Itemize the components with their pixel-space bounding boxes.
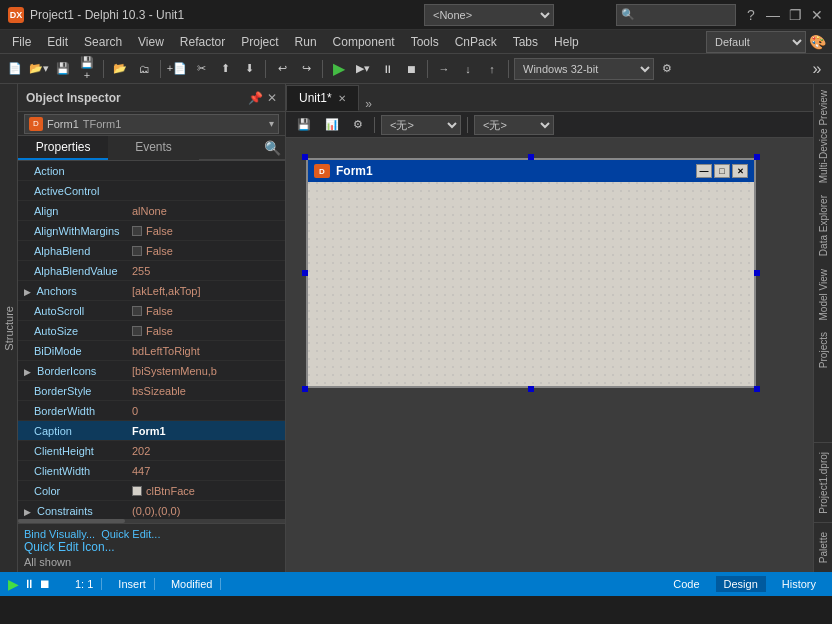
- prop-row-bidimode[interactable]: BiDiMode bdLeftToRight: [18, 341, 285, 361]
- redo-btn[interactable]: ↪: [295, 58, 317, 80]
- properties-list: Action ActiveControl Align alNone AlignW…: [18, 161, 285, 519]
- toolbar-sep-2: [160, 60, 161, 78]
- step-out-btn[interactable]: ↑: [481, 58, 503, 80]
- btn3[interactable]: ⬆: [214, 58, 236, 80]
- prop-row-caption[interactable]: Caption Form1: [18, 421, 285, 441]
- selection-handle-bottom: [528, 386, 534, 392]
- new-btn[interactable]: 📄: [4, 58, 26, 80]
- menu-help[interactable]: Help: [546, 30, 587, 53]
- menu-project[interactable]: Project: [233, 30, 286, 53]
- platform-dropdown[interactable]: Windows 32-bit: [514, 58, 654, 80]
- debug-config-dropdown[interactable]: <None>: [424, 4, 554, 26]
- step-into-btn[interactable]: ↓: [457, 58, 479, 80]
- bind-visually-link[interactable]: Bind Visually...: [24, 528, 95, 540]
- open-project-btn[interactable]: 🗂: [133, 58, 155, 80]
- fdt-chart-btn[interactable]: 📊: [320, 115, 344, 135]
- prop-row-clientheight[interactable]: ClientHeight 202: [18, 441, 285, 461]
- btn4[interactable]: ⬇: [238, 58, 260, 80]
- fdt-component-select1[interactable]: <无>: [381, 115, 461, 135]
- status-stop-btn[interactable]: ⏹: [39, 577, 51, 591]
- right-panel-tab-multidevice[interactable]: Multi-Device Preview: [816, 88, 831, 185]
- right-panel-tab-projects[interactable]: Projects: [816, 330, 831, 370]
- right-panel-tab-modelview[interactable]: Model View: [816, 267, 831, 323]
- palette-tab[interactable]: Palette: [818, 532, 829, 563]
- stop-btn[interactable]: ⏹: [400, 58, 422, 80]
- quick-edit-icon-link[interactable]: Quick Edit Icon...: [24, 540, 115, 554]
- prop-row-align[interactable]: Align alNone: [18, 201, 285, 221]
- toolbar-overflow-btn[interactable]: »: [806, 58, 828, 80]
- prop-row-autoscroll[interactable]: AutoScroll False: [18, 301, 285, 321]
- prop-row-borderwidth[interactable]: BorderWidth 0: [18, 401, 285, 421]
- prop-row-alignwithmargins[interactable]: AlignWithMargins False: [18, 221, 285, 241]
- menu-tabs[interactable]: Tabs: [505, 30, 546, 53]
- right-panel-tab-dataexplorer[interactable]: Data Explorer: [816, 193, 831, 258]
- prop-row-bordericons[interactable]: ▶ BorderIcons [biSystemMenu,b: [18, 361, 285, 381]
- menu-view[interactable]: View: [130, 30, 172, 53]
- build-settings-btn[interactable]: ⚙: [656, 58, 678, 80]
- tab-scroll-btn[interactable]: »: [359, 97, 379, 111]
- status-pause-btn[interactable]: ⏸: [23, 577, 35, 591]
- help-btn[interactable]: ?: [744, 8, 758, 22]
- menu-cnpack[interactable]: CnPack: [447, 30, 505, 53]
- prop-row-clientwidth[interactable]: ClientWidth 447: [18, 461, 285, 481]
- window-title: Project1 - Delphi 10.3 - Unit1: [30, 8, 412, 22]
- prop-row-action[interactable]: Action: [18, 161, 285, 181]
- prop-name-alphablendvalue: AlphaBlendValue: [18, 265, 128, 277]
- right-panel-tab-projectfile[interactable]: Project1.dproj: [818, 452, 829, 514]
- prop-row-alphablend[interactable]: AlphaBlend False: [18, 241, 285, 261]
- oi-close-btn[interactable]: ✕: [267, 91, 277, 105]
- run-dropdown-btn[interactable]: ▶▾: [352, 58, 374, 80]
- profile-dropdown[interactable]: Default: [706, 31, 806, 53]
- oi-form-select[interactable]: D Form1 TForm1 ▾: [18, 112, 285, 136]
- save-btn[interactable]: 💾: [52, 58, 74, 80]
- remove-btn[interactable]: ✂: [190, 58, 212, 80]
- quick-edit-link[interactable]: Quick Edit...: [101, 528, 160, 540]
- oi-pin-btn[interactable]: 📌: [248, 91, 263, 105]
- prop-row-autosize[interactable]: AutoSize False: [18, 321, 285, 341]
- oi-search-btn[interactable]: 🔍: [264, 140, 281, 156]
- menu-file[interactable]: File: [4, 30, 39, 53]
- status-run-btn[interactable]: ▶: [8, 576, 19, 592]
- fdt-component-select2[interactable]: <无>: [474, 115, 554, 135]
- add-file-btn[interactable]: +📄: [166, 58, 188, 80]
- open-file-btn[interactable]: 📂: [109, 58, 131, 80]
- prop-value-borderstyle: bsSizeable: [128, 385, 285, 397]
- menu-tools[interactable]: Tools: [403, 30, 447, 53]
- step-over-btn[interactable]: →: [433, 58, 455, 80]
- oi-tab-events[interactable]: Events: [108, 136, 198, 160]
- fdt-save-btn[interactable]: 💾: [292, 115, 316, 135]
- menu-search[interactable]: Search: [76, 30, 130, 53]
- menu-edit[interactable]: Edit: [39, 30, 76, 53]
- menu-run[interactable]: Run: [287, 30, 325, 53]
- editor-tab-unit1[interactable]: Unit1* ✕: [286, 85, 359, 111]
- save-all-btn[interactable]: 💾+: [76, 58, 98, 80]
- status-history-btn[interactable]: History: [774, 576, 824, 592]
- prop-row-anchors[interactable]: ▶ Anchors [akLeft,akTop]: [18, 281, 285, 301]
- close-btn[interactable]: ✕: [810, 8, 824, 22]
- status-code-btn[interactable]: Code: [665, 576, 707, 592]
- prop-row-constraints[interactable]: ▶ Constraints (0,0),(0,0): [18, 501, 285, 519]
- run-btn[interactable]: ▶: [328, 58, 350, 80]
- menu-component[interactable]: Component: [325, 30, 403, 53]
- form-minimize-btn[interactable]: —: [696, 164, 712, 178]
- minimize-btn[interactable]: —: [766, 8, 780, 22]
- restore-btn[interactable]: ❐: [788, 8, 802, 22]
- main-layout: Structure Object Inspector 📌 ✕ D Form1 T…: [0, 84, 832, 572]
- fdt-impl-btn[interactable]: ⚙: [348, 115, 368, 135]
- undo-btn[interactable]: ↩: [271, 58, 293, 80]
- profile-icon-btn[interactable]: 🎨: [806, 31, 828, 53]
- oi-tab-properties[interactable]: Properties: [18, 136, 108, 160]
- form-close-btn[interactable]: ✕: [732, 164, 748, 178]
- prop-row-activecontrol[interactable]: ActiveControl: [18, 181, 285, 201]
- prop-row-color[interactable]: Color clBtnFace: [18, 481, 285, 501]
- open-dropdown-btn[interactable]: 📂▾: [28, 58, 50, 80]
- status-design-btn[interactable]: Design: [716, 576, 766, 592]
- menu-refactor[interactable]: Refactor: [172, 30, 233, 53]
- prop-row-borderstyle[interactable]: BorderStyle bsSizeable: [18, 381, 285, 401]
- editor-tab-close[interactable]: ✕: [338, 93, 346, 104]
- delphi-form[interactable]: D Form1 — □ ✕: [306, 158, 756, 388]
- prop-row-alphablendvalue[interactable]: AlphaBlendValue 255: [18, 261, 285, 281]
- form-canvas[interactable]: D Form1 — □ ✕: [286, 138, 813, 572]
- pause-btn[interactable]: ⏸: [376, 58, 398, 80]
- form-maximize-btn[interactable]: □: [714, 164, 730, 178]
